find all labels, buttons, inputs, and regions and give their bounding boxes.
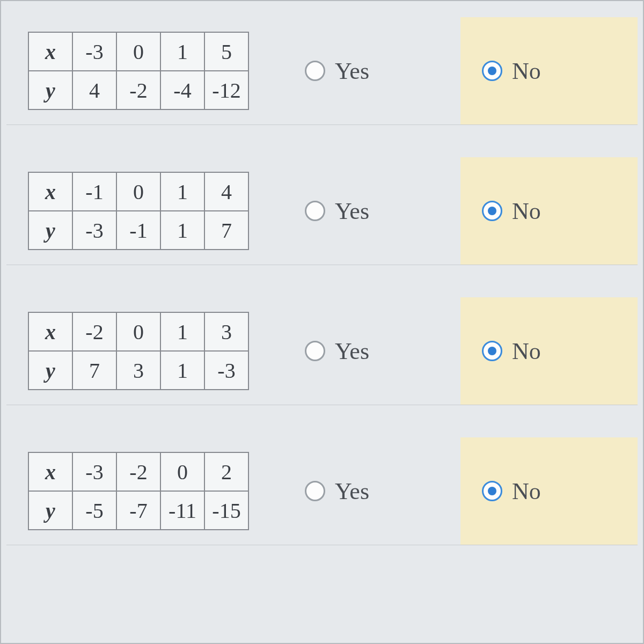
radio-icon[interactable] [305,201,325,221]
question-row: x-3-202y-5-7-11-15YesNo [6,437,638,545]
y-value: -3 [72,211,116,250]
radio-icon[interactable] [305,341,325,361]
xy-table: x-1014y-3-117 [28,172,249,250]
yes-option[interactable]: Yes [283,17,460,125]
radio-icon[interactable] [482,341,502,361]
yes-option[interactable]: Yes [283,437,460,545]
y-header: y [28,351,72,390]
x-value: 0 [160,452,204,491]
radio-icon[interactable] [482,481,502,501]
y-value: 4 [72,71,116,109]
y-value: -15 [204,491,248,530]
x-value: -2 [116,452,160,491]
x-header: x [28,172,72,211]
answer-choices: YesNo [283,17,638,125]
x-value: -1 [72,172,116,211]
x-value: 0 [116,32,160,71]
no-label: No [512,197,541,225]
x-value: 1 [160,312,204,351]
xy-table: x-3015y4-2-4-12 [28,32,249,110]
answer-choices: YesNo [283,157,638,265]
answer-choices: YesNo [283,297,638,405]
y-value: -2 [116,71,160,109]
x-value: 3 [204,312,248,351]
y-value: 7 [72,351,116,390]
yes-option[interactable]: Yes [283,297,460,405]
y-value: -3 [204,351,248,390]
x-value: 0 [116,312,160,351]
radio-icon[interactable] [482,201,502,221]
question-row: x-1014y-3-117YesNo [6,157,638,265]
y-value: -5 [72,491,116,530]
x-value: -2 [72,312,116,351]
xy-table: x-3-202y-5-7-11-15 [28,452,249,530]
yes-label: Yes [335,338,369,365]
question-row: x-2013y731-3YesNo [6,297,638,405]
yes-label: Yes [335,197,369,225]
question-row: x-3015y4-2-4-12YesNo [6,17,638,125]
x-value: 5 [204,32,248,71]
no-option[interactable]: No [460,437,638,545]
y-header: y [28,71,72,109]
y-header: y [28,211,72,250]
y-header: y [28,491,72,530]
y-value: 7 [204,211,248,250]
no-label: No [512,478,541,505]
no-option[interactable]: No [460,157,638,265]
x-header: x [28,32,72,71]
y-value: 3 [116,351,160,390]
x-value: 0 [116,172,160,211]
radio-icon[interactable] [305,481,325,501]
y-value: -7 [116,491,160,530]
no-option[interactable]: No [460,297,638,405]
no-option[interactable]: No [460,17,638,125]
x-value: -3 [72,32,116,71]
y-value: 1 [160,211,204,250]
x-value: 1 [160,172,204,211]
x-value: 2 [204,452,248,491]
xy-table: x-2013y731-3 [28,312,249,390]
radio-icon[interactable] [305,61,325,81]
x-header: x [28,452,72,491]
y-value: -1 [116,211,160,250]
no-label: No [512,338,541,365]
radio-icon[interactable] [482,61,502,81]
x-value: 1 [160,32,204,71]
y-value: -4 [160,71,204,109]
y-value: 1 [160,351,204,390]
x-value: -3 [72,452,116,491]
x-header: x [28,312,72,351]
answer-choices: YesNo [283,437,638,545]
y-value: -12 [204,71,248,109]
yes-label: Yes [335,57,369,85]
x-value: 4 [204,172,248,211]
y-value: -11 [160,491,204,530]
yes-option[interactable]: Yes [283,157,460,265]
yes-label: Yes [335,478,369,505]
no-label: No [512,57,541,85]
